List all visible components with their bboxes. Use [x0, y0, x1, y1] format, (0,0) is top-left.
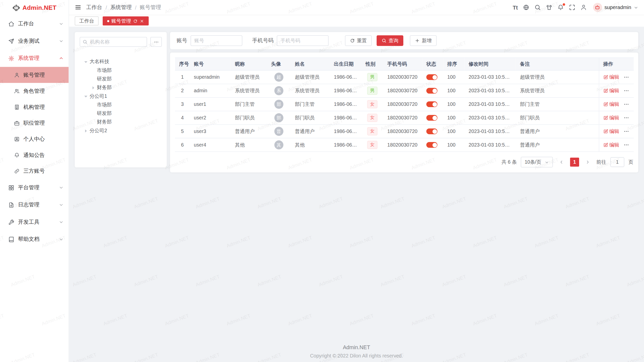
user-outline-icon[interactable]: [580, 4, 587, 11]
tab-label: 账号管理: [111, 17, 131, 24]
row-more-button[interactable]: [623, 88, 629, 94]
goto-page-input[interactable]: [610, 157, 624, 167]
tree-node[interactable]: 市场部: [80, 66, 162, 75]
row-more-button[interactable]: [623, 128, 629, 134]
cell-modified: 2023-01-03 10:59:44: [465, 70, 516, 84]
tree-caret-icon[interactable]: [83, 128, 89, 134]
sidebar-item-platform-manage[interactable]: 平台管理: [0, 179, 69, 196]
sidebar-item-label: 账号管理: [23, 71, 45, 78]
chevron-down-icon: [59, 38, 64, 43]
status-toggle[interactable]: [426, 102, 437, 107]
edit-button[interactable]: 编辑: [603, 128, 619, 135]
sidebar-item-org-manage[interactable]: 机构管理: [0, 99, 69, 115]
tree-caret-icon[interactable]: [83, 59, 89, 65]
status-toggle[interactable]: [426, 74, 437, 80]
sidebar-item-log-manage[interactable]: 日志管理: [0, 196, 69, 213]
edit-button[interactable]: 编辑: [603, 74, 619, 81]
cell-birthday: 1986-06-28: [330, 98, 361, 111]
user-avatar: 系: [274, 86, 284, 95]
edit-button[interactable]: 编辑: [603, 101, 619, 108]
edit-button[interactable]: 编辑: [603, 141, 619, 148]
search-icon[interactable]: [534, 4, 541, 11]
fullscreen-icon[interactable]: [568, 4, 576, 11]
wrench-icon: [8, 219, 14, 225]
tree-caret-icon[interactable]: [90, 85, 96, 90]
page-size-value: 10条/页: [525, 159, 541, 166]
sidebar-item-personal-center[interactable]: 个人中心: [0, 131, 69, 147]
app-logo[interactable]: Admin.NET: [0, 0, 69, 15]
tree-node[interactable]: 研发部: [80, 109, 162, 118]
user-menu[interactable]: superadmin: [593, 3, 638, 12]
org-panel: 大名科技市场部研发部财务部分公司1市场部研发部财务部分公司2: [75, 32, 167, 167]
hamburger-menu-icon[interactable]: [75, 4, 81, 11]
reset-button[interactable]: 重置: [345, 35, 372, 46]
cell-name: 其他: [291, 138, 330, 152]
sidebar-item-role-manage[interactable]: 角色管理: [0, 83, 69, 99]
sidebar-item-help-docs[interactable]: 帮助文档: [0, 231, 69, 248]
tree-node[interactable]: 分公司2: [80, 126, 162, 135]
query-form: 账号 手机号码 重置 查询: [170, 32, 638, 49]
chevron-down-icon: [59, 185, 64, 190]
cell-nickname: 部门职员: [231, 111, 267, 125]
page-size-select[interactable]: 10条/页: [521, 157, 553, 167]
tree-caret-icon[interactable]: [83, 93, 89, 99]
tab-close-icon[interactable]: [140, 19, 144, 23]
theme-icon[interactable]: [545, 4, 553, 11]
tree-node-label: 大名科技: [90, 58, 109, 65]
tree-node-label: 分公司2: [90, 127, 107, 134]
column-header: 备注: [516, 58, 599, 70]
row-more-button[interactable]: [623, 101, 629, 107]
breadcrumb-item[interactable]: 系统管理: [110, 4, 132, 11]
tab-refresh-icon[interactable]: [133, 19, 138, 23]
tree-node[interactable]: 大名科技: [80, 58, 162, 66]
edit-icon: [603, 143, 608, 148]
status-toggle[interactable]: [426, 142, 437, 148]
edit-button[interactable]: 编辑: [603, 114, 619, 121]
status-toggle[interactable]: [426, 88, 437, 94]
tab-workbench[interactable]: 工作台: [75, 16, 99, 25]
tab-account-manage[interactable]: 账号管理: [103, 16, 149, 25]
breadcrumb-item[interactable]: 工作台: [86, 4, 102, 11]
add-button[interactable]: 新增: [410, 35, 436, 46]
phone-input[interactable]: [277, 35, 329, 46]
tree-node[interactable]: 分公司1: [80, 92, 162, 101]
cell-nickname: 系统管理员: [231, 84, 267, 98]
sidebar-item-notice[interactable]: 通知公告: [0, 147, 69, 163]
edit-icon: [603, 88, 608, 93]
sidebar-item-position-manage[interactable]: 职位管理: [0, 115, 69, 131]
sidebar-item-business-test[interactable]: 业务测试: [0, 32, 69, 50]
bell-icon[interactable]: [557, 4, 564, 11]
tree-node[interactable]: 财务部: [80, 83, 162, 92]
sidebar-item-dev-tools[interactable]: 开发工具: [0, 213, 69, 231]
globe-icon[interactable]: [522, 4, 530, 11]
next-page-button[interactable]: [583, 158, 592, 167]
status-toggle[interactable]: [426, 129, 437, 134]
account-input[interactable]: [191, 35, 243, 46]
cell-avatar: 系: [267, 84, 291, 98]
brand-name: Admin.NET: [22, 4, 56, 11]
edit-button[interactable]: 编辑: [603, 87, 619, 94]
sidebar-item-system-manage[interactable]: 系统管理: [0, 50, 69, 67]
sidebar-item-workbench[interactable]: 工作台: [0, 15, 69, 32]
row-more-button[interactable]: [623, 115, 629, 121]
prev-page-button[interactable]: [557, 158, 566, 167]
org-more-button[interactable]: [150, 37, 162, 47]
sidebar-item-label: 开发工具: [18, 218, 39, 226]
sidebar-item-third-party-account[interactable]: 三方账号: [0, 163, 69, 179]
tree-node[interactable]: 研发部: [80, 75, 162, 83]
search-button[interactable]: 查询: [377, 35, 403, 46]
sidebar-item-account-manage[interactable]: 账号管理: [0, 67, 69, 83]
cell-birthday: 1986-06-28: [330, 138, 361, 152]
username: superadmin: [605, 5, 631, 10]
font-size-icon[interactable]: Tt: [512, 4, 518, 11]
tree-node[interactable]: 财务部: [80, 118, 162, 126]
tree-node[interactable]: 市场部: [80, 101, 162, 109]
row-more-button[interactable]: [623, 142, 629, 148]
cell-account: user2: [190, 111, 231, 125]
cell-sort: 100: [443, 111, 465, 125]
page-number-button[interactable]: 1: [570, 158, 579, 167]
breadcrumb-item[interactable]: 账号管理: [140, 4, 161, 11]
row-more-button[interactable]: [623, 74, 629, 80]
status-toggle[interactable]: [426, 115, 437, 121]
org-search-input[interactable]: [80, 37, 147, 47]
